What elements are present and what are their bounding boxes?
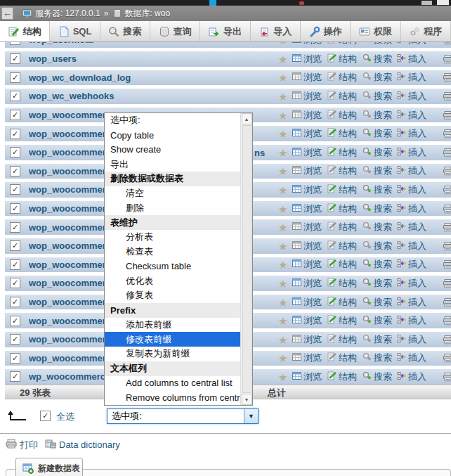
- structure-action[interactable]: 结构: [327, 53, 357, 65]
- scroll-thumb[interactable]: [242, 125, 251, 393]
- empty-action-icon[interactable]: [443, 278, 451, 288]
- browse-action[interactable]: 浏览: [292, 240, 322, 252]
- browse-action[interactable]: 浏览: [292, 202, 322, 215]
- tab-privileges[interactable]: 权限: [351, 21, 400, 41]
- favorite-star-icon[interactable]: ★: [278, 297, 287, 307]
- row-checkbox[interactable]: ✓: [10, 297, 20, 307]
- table-name-link[interactable]: wop_wc_download_log: [29, 72, 131, 83]
- check-all-checkbox[interactable]: ✓: [40, 411, 51, 421]
- search-action[interactable]: 搜索: [362, 184, 392, 196]
- row-checkbox[interactable]: ✓: [10, 316, 20, 326]
- scroll-up-button[interactable]: ▲: [242, 113, 252, 124]
- favorite-star-icon[interactable]: ★: [278, 147, 287, 157]
- dropdown-option[interactable]: 添加表前缀: [105, 318, 240, 333]
- empty-action-icon[interactable]: [443, 223, 451, 232]
- insert-action[interactable]: 插入: [397, 90, 426, 103]
- table-name-link[interactable]: wop_wc_webhooks: [29, 91, 114, 101]
- search-action[interactable]: 搜索: [362, 314, 392, 327]
- browse-action[interactable]: 浏览: [292, 146, 322, 159]
- search-action[interactable]: 搜索: [362, 240, 392, 252]
- structure-action[interactable]: 结构: [327, 296, 357, 309]
- tab-search[interactable]: 搜索: [100, 21, 150, 41]
- dropdown-option[interactable]: 优化表: [105, 274, 240, 288]
- favorite-star-icon[interactable]: ★: [278, 129, 287, 139]
- favorite-star-icon[interactable]: ★: [278, 240, 287, 251]
- check-all-label[interactable]: 全选: [56, 411, 74, 423]
- browse-action[interactable]: 浏览: [292, 184, 322, 196]
- table-name-link[interactable]: wop_woocommerce_order_items: [29, 203, 106, 214]
- favorite-star-icon[interactable]: ★: [278, 334, 287, 345]
- insert-action[interactable]: 插入: [397, 352, 426, 364]
- structure-action[interactable]: 结构: [327, 109, 357, 122]
- browse-action[interactable]: 浏览: [292, 221, 322, 233]
- search-action[interactable]: 搜索: [362, 42, 392, 46]
- search-action[interactable]: 搜索: [362, 333, 392, 346]
- row-checkbox[interactable]: ✓: [10, 184, 20, 195]
- search-action[interactable]: 搜索: [362, 71, 392, 84]
- empty-action-icon[interactable]: [443, 42, 451, 44]
- search-action[interactable]: 搜索: [362, 146, 392, 159]
- print-link[interactable]: 打印: [6, 439, 38, 451]
- insert-action[interactable]: 插入: [397, 165, 426, 177]
- structure-action[interactable]: 结构: [327, 371, 357, 383]
- tab-export[interactable]: 导出: [200, 21, 250, 41]
- search-action[interactable]: 搜索: [362, 109, 392, 122]
- browse-action[interactable]: 浏览: [292, 352, 322, 364]
- dropdown-scrollbar[interactable]: ▲ ▼: [240, 113, 252, 405]
- table-name-link[interactable]: wop_woocommerce_api_keys: [29, 110, 106, 120]
- structure-action[interactable]: 结构: [327, 146, 357, 159]
- table-name-link[interactable]: wop_woocommerce_shipping_zone_locations: [29, 278, 106, 288]
- empty-action-icon[interactable]: [443, 148, 451, 157]
- search-action[interactable]: 搜索: [362, 221, 392, 233]
- empty-action-icon[interactable]: [443, 73, 451, 82]
- with-selected-select[interactable]: 选中项: ▼: [107, 409, 259, 424]
- insert-action[interactable]: 插入: [397, 202, 426, 215]
- insert-action[interactable]: 插入: [397, 277, 426, 290]
- row-checkbox[interactable]: ✓: [10, 371, 20, 382]
- browse-action[interactable]: 浏览: [292, 371, 322, 383]
- insert-action[interactable]: 插入: [397, 109, 426, 122]
- favorite-star-icon[interactable]: ★: [278, 166, 287, 176]
- structure-action[interactable]: 结构: [327, 202, 357, 215]
- breadcrumb-database[interactable]: 数据库: woo: [124, 8, 170, 20]
- insert-action[interactable]: 插入: [397, 371, 426, 383]
- tab-sql[interactable]: SQL: [50, 21, 100, 41]
- insert-action[interactable]: 插入: [397, 53, 426, 65]
- structure-action[interactable]: 结构: [327, 333, 357, 346]
- dropdown-option[interactable]: Add columns to central list: [105, 376, 240, 391]
- empty-action-icon[interactable]: [443, 185, 451, 194]
- tab-structure[interactable]: 结构: [0, 21, 50, 41]
- browse-action[interactable]: 浏览: [292, 53, 322, 65]
- favorite-star-icon[interactable]: ★: [278, 371, 287, 382]
- table-name-link[interactable]: wop_woocommerce_tax_rate_locations: [29, 334, 106, 345]
- browse-action[interactable]: 浏览: [292, 296, 322, 309]
- create-table-tab[interactable]: 新建数据表: [15, 458, 83, 476]
- browse-action[interactable]: 浏览: [292, 127, 322, 140]
- dropdown-option[interactable]: 清空: [105, 186, 240, 201]
- tab-routines[interactable]: 程序: [401, 21, 451, 41]
- favorite-star-icon[interactable]: ★: [278, 278, 287, 288]
- favorite-star-icon[interactable]: ★: [278, 316, 287, 326]
- row-checkbox[interactable]: ✓: [10, 147, 20, 157]
- favorite-star-icon[interactable]: ★: [278, 222, 287, 233]
- structure-action[interactable]: 结构: [327, 165, 357, 177]
- row-checkbox[interactable]: ✓: [10, 259, 20, 270]
- table-name-link[interactable]: wop_usermeta: [29, 42, 93, 45]
- empty-action-icon[interactable]: [443, 167, 451, 176]
- structure-action[interactable]: 结构: [327, 352, 357, 364]
- insert-action[interactable]: 插入: [397, 184, 426, 196]
- row-checkbox[interactable]: ✓: [10, 110, 20, 120]
- empty-action-icon[interactable]: [443, 354, 451, 363]
- table-name-link[interactable]: wop_woocommerce_shipping_zone_methods: [29, 297, 106, 307]
- structure-action[interactable]: 结构: [327, 258, 357, 271]
- dropdown-option[interactable]: 检查表: [105, 245, 240, 259]
- search-action[interactable]: 搜索: [362, 296, 392, 309]
- browse-action[interactable]: 浏览: [292, 109, 322, 122]
- row-checkbox[interactable]: ✓: [10, 42, 20, 45]
- search-action[interactable]: 搜索: [362, 90, 392, 103]
- favorite-star-icon[interactable]: ★: [278, 259, 287, 270]
- row-checkbox[interactable]: ✓: [10, 166, 20, 176]
- row-checkbox[interactable]: ✓: [10, 222, 20, 233]
- row-checkbox[interactable]: ✓: [10, 129, 20, 139]
- dropdown-option[interactable]: 选中项:: [105, 113, 240, 128]
